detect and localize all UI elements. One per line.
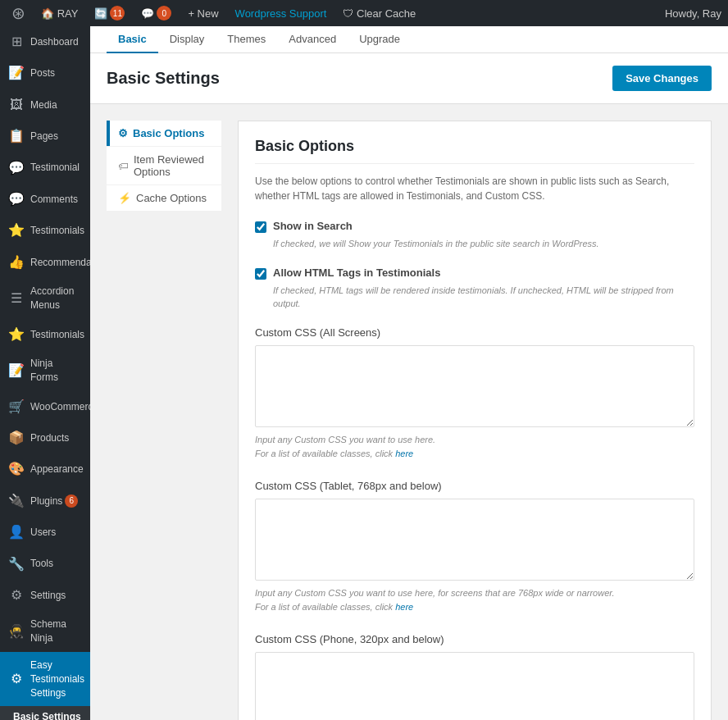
allow-html-checkbox[interactable] [255,268,266,280]
show-in-search-hint: If checked, we will Show your Testimonia… [273,238,694,250]
custom-css-tablet-textarea[interactable] [255,499,694,581]
sidebar-item-testimonials[interactable]: ⭐ Testimonials [0,215,90,246]
clear-cache-bar-item[interactable]: 🛡 Clear Cache [334,0,424,26]
wp-logo-icon[interactable]: ⊛ [7,2,30,25]
comments-sidebar-icon: 💬 [8,190,25,208]
sidebar-item-pages[interactable]: 📋 Pages [0,121,90,152]
updates-icon: 🔄 [94,7,107,20]
allow-html-hint: If checked, HTML tags will be rendered i… [273,285,694,310]
page-title: Basic Settings [107,69,220,88]
page-header: Basic Settings Save Changes [90,53,728,104]
custom-css-all-hint: Input any Custom CSS you want to use her… [255,433,694,460]
custom-css-tablet-label: Custom CSS (Tablet, 768px and below) [255,480,694,492]
comments-icon: 💬 [141,7,154,20]
tools-icon: 🔧 [8,555,25,573]
nav-item-reviewed-options[interactable]: 🏷 Item Reviewed Options [107,147,221,185]
sidebar-item-posts[interactable]: 📝 Posts [0,57,90,89]
custom-css-tablet-section: Custom CSS (Tablet, 768px and below) Inp… [255,480,694,613]
pages-icon: 📋 [8,127,25,145]
sidebar-item-schema-ninja[interactable]: 🥷 Schema Ninja [0,611,90,652]
appearance-icon: 🎨 [8,460,25,478]
wordpress-support-bar-item[interactable]: Wordpress Support [227,0,335,26]
sidebar-item-tools[interactable]: 🔧 Tools [0,549,90,580]
custom-css-phone-section: Custom CSS (Phone, 320px and below) Inpu… [255,633,694,720]
tag-nav-icon: 🏷 [118,160,129,172]
sidebar-item-plugins[interactable]: 🔌 Plugins 6 [0,485,90,517]
gear-nav-icon: ⚙ [118,127,128,139]
posts-icon: 📝 [8,64,25,82]
updates-bar-item[interactable]: 🔄 11 [86,0,133,26]
plugins-badge: 6 [65,494,78,508]
recommendations-icon: 👍 [8,253,25,271]
media-icon: 🖼 [8,96,25,114]
comments-bar-item[interactable]: 💬 0 [133,0,180,26]
testimonials-icon: ⭐ [8,221,25,239]
custom-css-tablet-link[interactable]: here [395,602,413,612]
nav-basic-options[interactable]: ⚙ Basic Options [107,121,221,146]
show-in-search-checkbox[interactable] [255,221,266,233]
shield-icon: 🛡 [343,7,353,20]
products-icon: 📦 [8,429,25,447]
sidebar-item-media[interactable]: 🖼 Media [0,89,90,121]
admin-bar: ⊛ 🏠 RAY 🔄 11 💬 0 + New Wordpress Support… [0,0,728,26]
cache-nav-icon: ⚡ [118,192,131,204]
wp-admin-layout: ⊞ Dashboard 📝 Posts 🖼 Media 📋 Pages 💬 Te… [0,26,728,720]
custom-css-all-link[interactable]: here [395,449,413,458]
custom-css-phone-label: Custom CSS (Phone, 320px and below) [255,633,694,645]
settings-panel: Basic Options Use the below options to c… [238,121,712,720]
allow-html-option: Allow HTML Tags in Testimonials If check… [255,267,694,310]
new-bar-item[interactable]: + New [180,0,226,26]
content-wrapper: ⚙ Basic Options 🏷 Item Reviewed Options … [90,104,728,720]
submenu-basic-settings[interactable]: Basic Settings [0,706,90,720]
custom-css-all-label: Custom CSS (All Screens) [255,326,694,339]
comments-count: 0 [157,6,171,21]
testimonial-icon: 💬 [8,159,25,177]
woocommerce-icon: 🛒 [8,398,25,416]
sidebar-item-products[interactable]: 📦 Products [0,422,90,453]
accordion-icon: ☰ [8,289,25,308]
sidebar-item-accordion[interactable]: ☰ Accordion Menus [0,278,90,319]
users-icon: 👤 [8,523,25,541]
main-content: Basic Display Themes Advanced Upgrade Ba… [90,26,728,720]
show-in-search-option: Show in Search If checked, we will Show … [255,220,694,250]
sidebar-item-settings[interactable]: ⚙ Settings [0,580,90,611]
tab-display[interactable]: Display [158,26,216,53]
tab-themes[interactable]: Themes [216,26,277,53]
howdy-text: Howdy, Ray [665,7,721,20]
custom-css-tablet-hint: Input any Custom CSS you want to use her… [255,586,694,613]
tab-upgrade[interactable]: Upgrade [348,26,412,53]
sidebar-item-dashboard[interactable]: ⊞ Dashboard [0,26,90,57]
sidebar-item-testimonial[interactable]: 💬 Testimonial [0,153,90,184]
admin-sidebar: ⊞ Dashboard 📝 Posts 🖼 Media 📋 Pages 💬 Te… [0,26,90,720]
section-description: Use the below options to control whether… [255,174,694,203]
save-changes-button[interactable]: Save Changes [612,66,712,91]
sidebar-item-easy-testimonials[interactable]: ⚙ Easy Testimonials Settings [0,652,90,706]
tab-basic[interactable]: Basic [107,26,158,53]
sidebar-item-appearance[interactable]: 🎨 Appearance [0,453,90,485]
nav-cache-options[interactable]: ⚡ Cache Options [107,185,221,211]
tab-advanced[interactable]: Advanced [277,26,348,53]
sidebar-item-users[interactable]: 👤 Users [0,517,90,548]
custom-css-all-textarea[interactable] [255,345,694,427]
sidebar-item-comments[interactable]: 💬 Comments [0,184,90,215]
schema-ninja-icon: 🥷 [8,622,25,640]
sidebar-item-testimonials-2[interactable]: ⭐ Testimonials [0,319,90,350]
easy-testimonials-submenu: Basic Settings Display Settings Theme Se… [0,706,90,720]
settings-nav: ⚙ Basic Options 🏷 Item Reviewed Options … [107,121,221,720]
custom-css-phone-textarea[interactable] [255,652,694,720]
ninja-forms-icon: 📝 [8,362,25,380]
settings-tabs: Basic Display Themes Advanced Upgrade [90,26,728,53]
dashboard-icon: ⊞ [8,33,25,51]
updates-count: 11 [110,6,125,21]
home-icon: 🏠 [41,7,54,20]
sidebar-item-ninja-forms[interactable]: 📝 Ninja Forms [0,350,90,391]
settings-icon: ⚙ [8,586,25,604]
custom-css-all-section: Custom CSS (All Screens) Input any Custo… [255,326,694,460]
testimonials-2-icon: ⭐ [8,326,25,344]
allow-html-label: Allow HTML Tags in Testimonials [273,267,440,279]
sidebar-item-recommendations[interactable]: 👍 Recommendations [0,247,90,278]
show-in-search-label: Show in Search [273,220,353,232]
plugins-icon: 🔌 [8,492,25,510]
sidebar-item-woocommerce[interactable]: 🛒 WooCommerce [0,391,90,422]
site-name-bar-item[interactable]: 🏠 RAY [33,0,86,26]
